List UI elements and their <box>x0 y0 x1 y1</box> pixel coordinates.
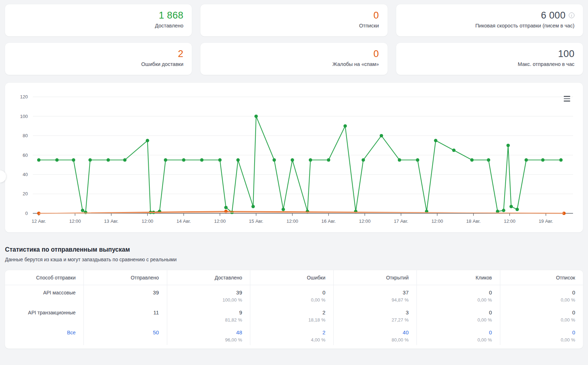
data-point[interactable] <box>200 158 204 162</box>
clicks-pct: 0,00 % <box>425 297 492 303</box>
opens-value: 3 <box>342 309 409 316</box>
opens-value-link[interactable]: 40 <box>342 329 409 336</box>
stat-card-peak-speed: 6 000 i Пиковая скорость отправки (писем… <box>396 4 583 36</box>
errors-value-link[interactable]: 2 <box>258 329 326 336</box>
y-axis-tick-label: 80 <box>23 133 28 138</box>
data-point[interactable] <box>398 158 402 162</box>
data-point[interactable] <box>72 158 75 162</box>
unsubs-value-link[interactable]: 0 <box>508 329 576 336</box>
delivered-label: Доставлено <box>14 23 183 29</box>
data-point[interactable] <box>81 209 85 212</box>
delivery-errors-label: Ошибки доставки <box>14 61 183 67</box>
data-point[interactable] <box>502 209 506 212</box>
data-point[interactable] <box>37 158 41 162</box>
x-axis-tick-label: 17 Авг. <box>394 219 408 224</box>
data-point[interactable] <box>506 144 510 147</box>
x-axis-tick-label: 12:00 <box>69 219 81 224</box>
max-sent-count: 100 <box>405 48 574 60</box>
clicks-pct: 0,00 % <box>425 317 492 323</box>
data-point[interactable] <box>541 158 545 162</box>
data-point[interactable] <box>487 158 490 162</box>
data-point[interactable] <box>55 158 59 162</box>
table-row-all: Все 50 48 96,00 % 2 4,00 % 40 80,00 % 0 … <box>5 325 583 345</box>
errors-pct: 4,00 % <box>258 337 326 343</box>
data-point[interactable] <box>254 114 258 118</box>
series-line-0 <box>39 116 561 212</box>
table-row-api-bulk: API массовые 39 39 100,00 % 0 0,00 % 37 … <box>5 285 583 305</box>
data-point[interactable] <box>362 158 365 162</box>
data-point[interactable] <box>416 158 419 162</box>
unsubs-pct: 0,00 % <box>508 337 576 343</box>
data-point[interactable] <box>327 158 331 162</box>
data-point[interactable] <box>470 158 474 162</box>
data-point[interactable] <box>224 206 228 209</box>
y-axis-tick-label: 0 <box>25 211 28 216</box>
chart-context-menu-button[interactable] <box>563 96 571 102</box>
x-axis-tick-label: 12:00 <box>214 219 225 224</box>
stat-card-delivery-errors: 2 Ошибки доставки <box>5 43 192 75</box>
unsubs-pct: 0,00 % <box>508 317 576 323</box>
clicks-pct: 0,00 % <box>425 337 492 343</box>
email-traffic-chart[interactable]: 02040608010012012 Авг.12:0013 Авг.12:001… <box>11 88 577 230</box>
data-point[interactable] <box>272 158 276 162</box>
row-all-link[interactable]: Все <box>13 329 76 336</box>
x-axis-tick-label: 12:00 <box>359 219 370 224</box>
delivered-count: 1 868 <box>14 10 183 21</box>
data-point[interactable] <box>107 158 110 162</box>
x-axis-tick-label: 12:00 <box>504 219 515 224</box>
data-point[interactable] <box>123 158 127 162</box>
y-axis-tick-label: 40 <box>23 172 28 177</box>
data-point[interactable] <box>282 208 285 211</box>
spam-complaints-count: 0 <box>209 48 379 60</box>
x-axis-tick-label: 14 Авг. <box>177 219 191 224</box>
delivery-errors-count: 2 <box>14 48 183 60</box>
peak-speed-value-row: 6 000 i <box>405 10 574 21</box>
y-axis-tick-label: 100 <box>20 114 28 119</box>
errors-value: 0 <box>258 289 326 296</box>
x-axis-tick-label: 12:00 <box>287 219 298 224</box>
x-axis-tick-label: 16 Авг. <box>321 219 336 224</box>
row-method-label: API транзакционные <box>13 309 76 316</box>
row-method-label: API массовые <box>13 289 76 296</box>
table-row-api-transactional: API транзакционные 11 9 81,82 % 2 18,18 … <box>5 305 583 325</box>
data-point[interactable] <box>559 158 563 162</box>
data-point[interactable] <box>236 158 240 162</box>
data-point[interactable] <box>146 139 149 143</box>
data-point[interactable] <box>510 205 513 209</box>
stat-card-delivered: 1 868 Доставлено <box>5 4 192 36</box>
info-icon[interactable]: i <box>569 12 574 18</box>
data-point[interactable] <box>452 149 456 152</box>
delivered-value: 39 <box>175 289 242 296</box>
data-point[interactable] <box>516 208 519 211</box>
stat-card-spam-complaints: 0 Жалобы на «спам» <box>200 43 387 75</box>
table-header-row: Способ отправки Отправлено Доставлено Ош… <box>5 270 583 285</box>
unsubscribes-count: 0 <box>209 10 379 21</box>
x-axis-tick-label: 18 Авг. <box>466 219 481 224</box>
x-axis-tick-label: 13 Авг. <box>104 219 118 224</box>
data-point[interactable] <box>343 124 347 128</box>
stats-section-title: Статистика по отправленным выпускам <box>5 246 583 253</box>
peak-speed-count: 6 000 <box>541 10 566 21</box>
clicks-value-link[interactable]: 0 <box>425 329 492 336</box>
data-point[interactable] <box>309 158 312 162</box>
data-point[interactable] <box>164 158 168 162</box>
data-point[interactable] <box>84 211 87 214</box>
unsubscribes-label: Отписки <box>209 23 379 29</box>
data-point[interactable] <box>218 158 222 162</box>
x-axis-tick-label: 12:00 <box>142 219 153 224</box>
errors-pct: 0,00 % <box>258 297 326 303</box>
data-point[interactable] <box>380 134 383 138</box>
sent-value-link[interactable]: 50 <box>92 329 159 336</box>
data-point[interactable] <box>291 158 294 162</box>
col-header-opens: Открытий <box>333 270 417 285</box>
data-point[interactable] <box>251 205 255 209</box>
sent-issues-stats-table: Способ отправки Отправлено Доставлено Ош… <box>5 270 583 349</box>
delivered-value-link[interactable]: 48 <box>175 329 242 336</box>
data-point[interactable] <box>525 158 528 162</box>
sending-chart-card: 02040608010012012 Авг.12:0013 Авг.12:001… <box>5 83 583 232</box>
data-point[interactable] <box>88 158 92 162</box>
data-point[interactable] <box>182 158 185 162</box>
data-point[interactable] <box>434 139 438 143</box>
spam-complaints-label: Жалобы на «спам» <box>209 61 379 67</box>
stat-card-max-sent-per-hour: 100 Макс. отправлено в час <box>396 43 583 75</box>
